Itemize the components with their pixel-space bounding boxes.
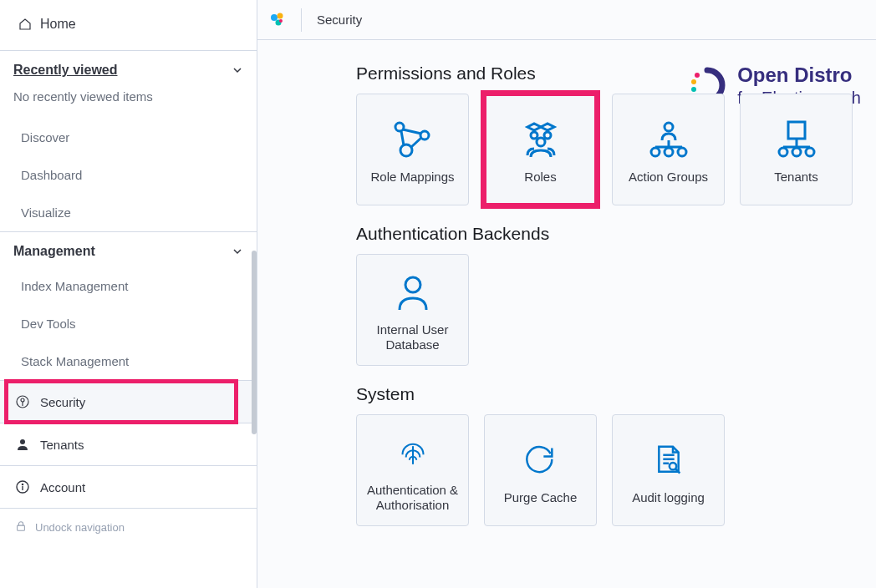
card-audit-logging[interactable]: Audit logging — [612, 414, 725, 526]
svg-point-22 — [665, 148, 673, 156]
group-title: System — [356, 384, 861, 404]
roles-icon — [516, 114, 566, 161]
svg-point-9 — [279, 19, 283, 23]
group-title: Authentication Backends — [356, 224, 861, 244]
empty-recently-viewed: No recently viewed items — [0, 86, 257, 119]
user-icon — [15, 437, 30, 452]
main: Security Open Distro for Elasticsearch — [257, 0, 876, 588]
svg-point-17 — [531, 132, 537, 139]
brand-line1: Open Distro — [737, 63, 861, 88]
svg-point-27 — [806, 148, 814, 156]
nav-undock[interactable]: Undock navigation — [0, 509, 257, 546]
svg-rect-5 — [18, 525, 25, 530]
nav-stack-management[interactable]: Stack Management — [0, 342, 257, 380]
card-label: Internal User Database — [357, 322, 468, 352]
section-management[interactable]: Management — [0, 232, 257, 267]
nav-label: Account — [40, 480, 85, 494]
action-groups-icon — [644, 114, 694, 161]
role-mappings-icon — [388, 114, 438, 161]
nav-index-management[interactable]: Index Management — [0, 267, 257, 305]
svg-point-21 — [651, 148, 660, 156]
card-tenants[interactable]: Tenants — [740, 94, 853, 205]
card-purge-cache[interactable]: Purge Cache — [484, 414, 597, 526]
divider — [301, 8, 302, 32]
sidebar: Home Recently viewed No recently viewed … — [0, 0, 257, 588]
section-title: Recently viewed — [13, 63, 118, 78]
card-label: Role Mappings — [364, 170, 461, 185]
bottom-nav: Security Tenants Account — [0, 380, 257, 546]
breadcrumb[interactable]: Security — [317, 13, 362, 27]
nav-label: Tenants — [40, 438, 84, 452]
nav-home[interactable]: Home — [0, 0, 257, 50]
section-recently-viewed[interactable]: Recently viewed — [0, 51, 257, 86]
lock-icon — [15, 520, 27, 535]
card-label: Tenants — [767, 170, 825, 185]
nav-tenants[interactable]: Tenants — [0, 423, 257, 466]
nav-dev-tools[interactable]: Dev Tools — [0, 305, 257, 342]
home-icon — [18, 18, 32, 31]
document-search-icon — [648, 435, 690, 482]
fingerprint-icon — [392, 428, 434, 474]
group-auth-backends: Authentication Backends Internal User Da… — [272, 224, 861, 366]
svg-point-16 — [400, 144, 412, 156]
svg-point-2 — [20, 439, 25, 444]
svg-point-18 — [544, 132, 551, 139]
svg-point-23 — [678, 148, 686, 156]
nav-security[interactable]: Security — [0, 381, 257, 423]
card-role-mappings[interactable]: Role Mappings — [356, 94, 469, 205]
section-title: Management — [13, 244, 95, 259]
svg-point-14 — [395, 123, 404, 131]
info-icon — [15, 479, 30, 494]
svg-point-28 — [405, 277, 420, 292]
card-label: Roles — [517, 170, 563, 185]
nav-label: Undock navigation — [35, 521, 125, 534]
chevron-down-icon — [232, 246, 243, 257]
nav-visualize[interactable]: Visualize — [0, 194, 257, 231]
card-label: Audit logging — [625, 490, 711, 505]
svg-point-7 — [278, 13, 283, 18]
content: Open Distro for Elasticsearch Permission… — [257, 40, 876, 545]
highlight-annotation — [4, 379, 238, 424]
svg-point-25 — [779, 148, 787, 156]
svg-point-4 — [22, 484, 23, 484]
svg-point-15 — [420, 131, 429, 139]
refresh-icon — [520, 435, 562, 482]
kibana-logo-icon[interactable] — [269, 12, 286, 28]
home-label: Home — [40, 17, 76, 32]
svg-point-10 — [695, 73, 700, 78]
group-system: System Authentication & Authorisation — [272, 384, 861, 526]
card-roles[interactable]: Roles — [484, 94, 597, 205]
svg-point-12 — [691, 87, 696, 92]
nav-dashboard[interactable]: Dashboard — [0, 156, 257, 194]
nav-discover[interactable]: Discover — [0, 119, 257, 156]
card-internal-users[interactable]: Internal User Database — [356, 254, 469, 366]
topbar: Security — [257, 0, 876, 40]
svg-point-6 — [271, 14, 278, 21]
svg-point-19 — [537, 138, 545, 146]
card-authn-authz[interactable]: Authentication & Authorisation — [356, 414, 469, 526]
user-icon — [388, 267, 438, 314]
chevron-down-icon — [232, 64, 243, 76]
card-label: Action Groups — [622, 170, 715, 185]
tenants-icon — [772, 114, 822, 161]
svg-point-29 — [669, 463, 675, 469]
svg-point-26 — [792, 148, 801, 156]
svg-rect-24 — [788, 122, 805, 139]
card-label: Purge Cache — [497, 490, 584, 505]
svg-point-20 — [665, 123, 673, 131]
card-action-groups[interactable]: Action Groups — [612, 94, 725, 205]
card-label: Authentication & Authorisation — [357, 483, 468, 513]
scrollbar[interactable] — [252, 251, 257, 434]
svg-point-11 — [691, 79, 696, 84]
nav-account[interactable]: Account — [0, 466, 257, 509]
